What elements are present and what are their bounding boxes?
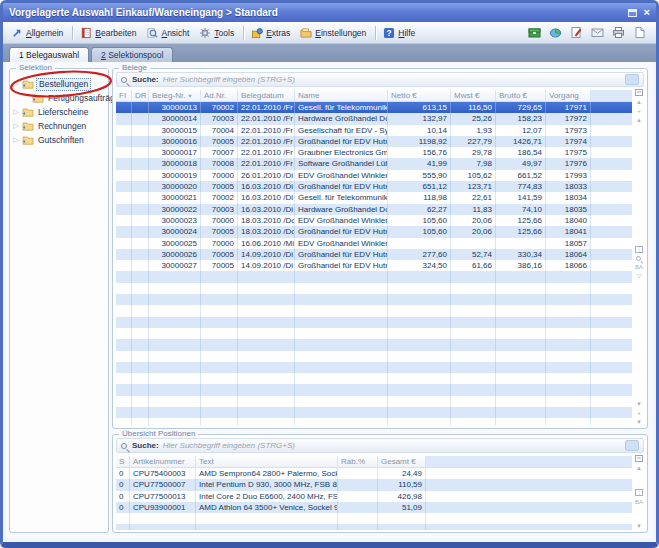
table-row[interactable]: 300000247000518.03.2010 /DoGroßhandel fü…: [116, 226, 632, 237]
add-row-bottom-icon[interactable]: +: [637, 410, 641, 416]
archive-icon[interactable]: [528, 26, 541, 39]
column-header[interactable]: Rab.%: [338, 456, 378, 467]
column-header[interactable]: Belegdatum: [238, 90, 295, 101]
expand-arrow-icon[interactable]: ▷: [12, 122, 20, 130]
search-icon: [121, 443, 127, 449]
table-row[interactable]: 300000207000516.03.2010 /DiGroßhandel fü…: [116, 181, 632, 192]
empty-row[interactable]: [116, 513, 632, 524]
table-row[interactable]: 300000197000026.01.2010 /DiEDV Großhande…: [116, 170, 632, 181]
empty-row[interactable]: [116, 271, 632, 282]
expand-arrow-icon[interactable]: ▷: [12, 80, 20, 88]
search-options-button[interactable]: [625, 440, 639, 451]
column-header[interactable]: Beleg-Nr.▼: [149, 90, 201, 101]
cell: [546, 271, 591, 282]
cell: [546, 283, 591, 294]
column-header[interactable]: Name: [295, 90, 388, 101]
table-row[interactable]: 0CPU77500013Intel Core 2 Duo E6600, 2400…: [116, 491, 632, 502]
column-header[interactable]: FI: [116, 90, 132, 101]
empty-row[interactable]: [116, 396, 632, 407]
empty-row[interactable]: [116, 305, 632, 316]
column-header[interactable]: Netto €: [388, 90, 451, 101]
search-options-button[interactable]: [625, 74, 639, 85]
positionen-search-input[interactable]: Suche: Hier Suchbegriff eingeben (STRG+S…: [116, 438, 644, 453]
empty-row[interactable]: [116, 418, 632, 426]
table-row[interactable]: 0CPU75400003AMD Sempron64 2800+ Palermo,…: [116, 468, 632, 479]
tab-belegauswahl[interactable]: 1 Belegauswahl: [9, 47, 89, 62]
tab-selektionspool[interactable]: 2 Selektionspool: [91, 47, 173, 62]
empty-row[interactable]: [116, 339, 632, 350]
table-row[interactable]: 300000187000822.01.2010 /FrSoftware Groß…: [116, 158, 632, 169]
table-row[interactable]: 300000257000016.06.2010 /MiEDV Großhande…: [116, 238, 632, 249]
print-icon[interactable]: [612, 26, 625, 39]
table-row[interactable]: 300000137000222.01.2010 /FrGesell. für T…: [116, 102, 632, 113]
blank-page-icon[interactable]: [633, 26, 646, 39]
sidebar-item-fertigungsaufträge[interactable]: Fertigungsaufträge: [12, 91, 106, 105]
title-bar[interactable]: Vorgelagerte Auswahl Einkauf/Wareneingan…: [3, 3, 656, 22]
sidebar-item-rechnungen[interactable]: ▷Rechnungen: [12, 119, 106, 133]
sidebar-item-bestellungen[interactable]: ▷Bestellungen: [12, 77, 106, 91]
menu-item-tools[interactable]: Tools: [195, 25, 240, 41]
column-chooser-icon[interactable]: [635, 89, 643, 96]
column-header[interactable]: Gesamt €: [378, 456, 426, 467]
belege-search-input[interactable]: Suche: Hier Suchbegriff eingeben (STRG+S…: [116, 72, 644, 87]
menu-item-einstellungen[interactable]: Einstellungen: [296, 25, 372, 41]
empty-row[interactable]: [116, 317, 632, 328]
column-header[interactable]: Artikelnummer: [130, 456, 196, 467]
menu-item-extras[interactable]: Extras: [247, 25, 296, 41]
close-icon[interactable]: ×: [644, 8, 650, 17]
menu-item-ansicht[interactable]: Ansicht: [142, 25, 195, 41]
grid-view-icon[interactable]: [635, 246, 643, 253]
column-chooser-icon[interactable]: [635, 455, 643, 462]
pie-chart-icon[interactable]: [549, 26, 562, 39]
empty-row[interactable]: [116, 351, 632, 362]
ba-icon[interactable]: BA: [635, 499, 643, 505]
table-row[interactable]: 300000227000316.03.2010 /DiHardware Groß…: [116, 204, 632, 215]
menu-item-allgemein[interactable]: Allgemein: [7, 25, 69, 41]
table-row[interactable]: 300000277000514.09.2010 /DiGroßhandel fü…: [116, 260, 632, 271]
table-row[interactable]: 300000267000514.09.2010 /DiGroßhandel fü…: [116, 249, 632, 260]
table-row[interactable]: 300000217000216.03.2010 /DiGesell. für T…: [116, 192, 632, 203]
table-row[interactable]: 300000167000522.01.2010 /FrGroßhandel fü…: [116, 136, 632, 147]
add-row-icon[interactable]: +: [637, 108, 641, 114]
scroll-up-icon[interactable]: ▲: [636, 465, 642, 471]
empty-row[interactable]: [116, 294, 632, 305]
column-header[interactable]: DR: [132, 90, 149, 101]
restore-icon[interactable]: [628, 9, 637, 17]
expand-arrow-icon[interactable]: ▷: [12, 108, 20, 116]
scroll-down-icon[interactable]: ▼: [636, 401, 642, 407]
menu-item-hilfe[interactable]: ?Hilfe: [379, 25, 421, 41]
empty-row[interactable]: [116, 283, 632, 294]
zoom-icon[interactable]: [636, 256, 641, 261]
scroll-up-icon[interactable]: ▲: [636, 117, 642, 123]
column-header[interactable]: Text: [196, 456, 338, 467]
email-icon[interactable]: [591, 26, 604, 39]
edit-document-icon[interactable]: [570, 26, 583, 39]
column-header[interactable]: S: [116, 456, 130, 467]
empty-row[interactable]: [116, 362, 632, 373]
column-header[interactable]: Ad.Nr.: [201, 90, 238, 101]
empty-row[interactable]: [116, 524, 632, 530]
table-row[interactable]: 0CPU93900001AMD Athlon 64 3500+ Venice, …: [116, 502, 632, 513]
empty-row[interactable]: [116, 373, 632, 384]
expand-arrow-icon[interactable]: ▷: [12, 136, 20, 144]
menu-item-bearbeiten[interactable]: Bearbeiten: [76, 25, 142, 41]
table-row[interactable]: 300000177000722.01.2010 /FrGraubner Elec…: [116, 147, 632, 158]
sidebar-item-gutschriften[interactable]: ▷Gutschriften: [12, 133, 106, 147]
column-header[interactable]: Vorgang: [546, 90, 591, 101]
filter-icon[interactable]: ▽: [637, 273, 642, 279]
table-row[interactable]: 0CPU77500007Intel Pentium D 930, 3000 MH…: [116, 479, 632, 490]
grid-view-icon[interactable]: [635, 489, 643, 496]
column-header[interactable]: Mwst €: [451, 90, 496, 101]
table-row[interactable]: 300000147000322.01.2010 /FrHardware Groß…: [116, 113, 632, 124]
empty-row[interactable]: [116, 384, 632, 395]
table-row[interactable]: 300000157000422.01.2010 /FrGesellschaft …: [116, 125, 632, 136]
cell: [149, 418, 201, 426]
scroll-down-icon[interactable]: ▼: [636, 523, 642, 529]
column-header[interactable]: Brutto €: [496, 90, 546, 101]
scroll-bottom-icon[interactable]: ▼: [636, 419, 642, 425]
empty-row[interactable]: [116, 407, 632, 418]
empty-row[interactable]: [116, 328, 632, 339]
scroll-top-icon[interactable]: ▲: [636, 99, 642, 105]
table-row[interactable]: 300000237000018.03.2010 /DoEDV Großhande…: [116, 215, 632, 226]
sidebar-item-lieferscheine[interactable]: ▷Lieferscheine: [12, 105, 106, 119]
